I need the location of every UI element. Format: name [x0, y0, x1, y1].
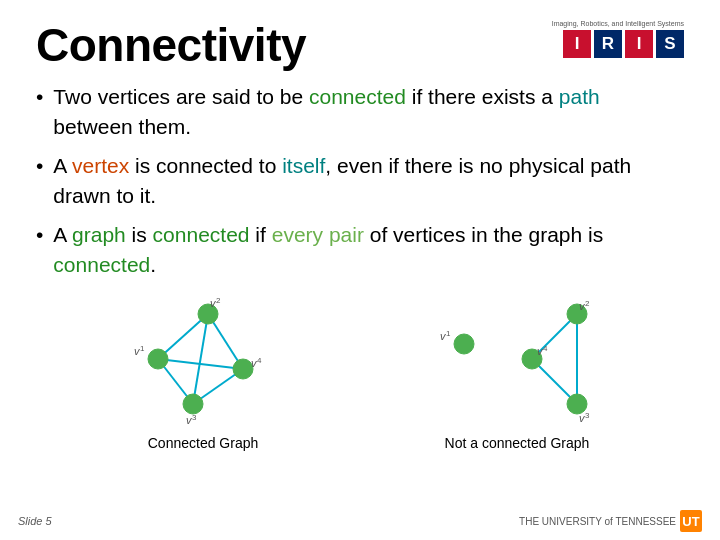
word-every-pair: every pair — [272, 223, 364, 246]
svg-text:4: 4 — [257, 356, 262, 365]
not-connected-graph-svg: v 1 v 2 v 4 v 3 — [422, 289, 612, 429]
connected-graph-container: v 1 v 2 v 4 v 3 Connected Graph — [108, 289, 298, 451]
slide-footer: Slide 5 THE UNIVERSITY of TENNESSEE UT — [18, 510, 702, 532]
graphs-area: v 1 v 2 v 4 v 3 Connected Graph — [36, 289, 684, 451]
slide-content: • Two vertices are said to be connected … — [36, 82, 684, 281]
svg-point-6 — [148, 349, 168, 369]
logo-letter-i: I — [563, 30, 591, 58]
logo-letter-r: R — [594, 30, 622, 58]
ut-logo: THE UNIVERSITY of TENNESSEE UT — [519, 510, 702, 532]
ut-icon: UT — [680, 510, 702, 532]
svg-text:4: 4 — [543, 344, 548, 353]
svg-text:3: 3 — [192, 413, 197, 422]
word-connected-1: connected — [309, 85, 406, 108]
word-connected-3: connected — [53, 253, 150, 276]
svg-text:3: 3 — [585, 411, 590, 420]
logo-letter-i2: I — [625, 30, 653, 58]
logo-tagline: Imaging, Robotics, and Intelligent Syste… — [552, 20, 684, 27]
svg-point-9 — [183, 394, 203, 414]
bullet-dot-1: • — [36, 82, 43, 112]
svg-text:2: 2 — [585, 299, 590, 308]
slide-title: Connectivity — [36, 18, 306, 72]
bullet-text-2: A vertex is connected to itself, even if… — [53, 151, 684, 212]
bullet-2: • A vertex is connected to itself, even … — [36, 151, 684, 212]
svg-point-8 — [233, 359, 253, 379]
bullet-1: • Two vertices are said to be connected … — [36, 82, 684, 143]
svg-text:2: 2 — [216, 296, 221, 305]
svg-text:1: 1 — [446, 329, 451, 338]
not-connected-graph-container: v 1 v 2 v 4 v 3 Not a connected Graph — [422, 289, 612, 451]
slide: Connectivity Imaging, Robotics, and Inte… — [0, 0, 720, 540]
connected-graph-svg: v 1 v 2 v 4 v 3 — [108, 289, 298, 429]
slide-header: Connectivity Imaging, Robotics, and Inte… — [36, 18, 684, 72]
not-connected-graph-label: Not a connected Graph — [445, 435, 590, 451]
logo-squares: I R I S — [563, 30, 684, 58]
ut-university-text: THE UNIVERSITY of TENNESSEE — [519, 516, 676, 527]
logo-letter-s: S — [656, 30, 684, 58]
word-path: path — [559, 85, 600, 108]
iris-logo: Imaging, Robotics, and Intelligent Syste… — [552, 20, 684, 58]
bullet-text-3: A graph is connected if every pair of ve… — [53, 220, 684, 281]
word-vertex: vertex — [72, 154, 129, 177]
bullet-dot-2: • — [36, 151, 43, 181]
svg-line-4 — [193, 314, 208, 404]
svg-text:1: 1 — [140, 344, 145, 353]
svg-point-21 — [454, 334, 474, 354]
bullet-text-1: Two vertices are said to be connected if… — [53, 82, 684, 143]
bullet-3: • A graph is connected if every pair of … — [36, 220, 684, 281]
svg-point-24 — [567, 394, 587, 414]
word-connected-2: connected — [153, 223, 250, 246]
slide-number: Slide 5 — [18, 515, 52, 527]
word-graph: graph — [72, 223, 126, 246]
bullet-dot-3: • — [36, 220, 43, 250]
connected-graph-label: Connected Graph — [148, 435, 259, 451]
word-itself: itself — [282, 154, 325, 177]
